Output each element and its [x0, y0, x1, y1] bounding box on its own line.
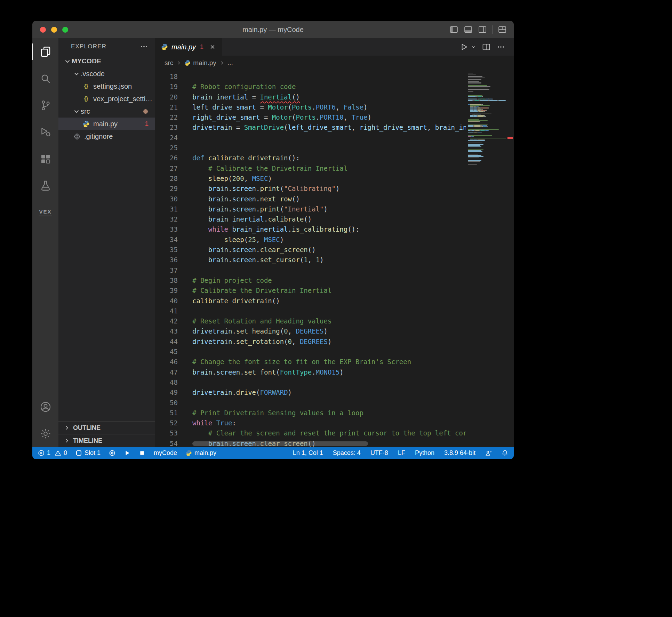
status-vex-device[interactable] — [109, 450, 115, 456]
activity-item-explorer[interactable] — [32, 38, 58, 65]
tree-item-settings-json[interactable]: {}settings.json — [58, 80, 155, 93]
line-number: 23 — [155, 122, 192, 133]
toggle-primary-sidebar-icon[interactable] — [449, 25, 458, 34]
code-line[interactable]: 19# Robot configuration code — [155, 82, 466, 92]
code-line[interactable]: 36 brain.screen.set_cursor(1, 1) — [155, 255, 466, 265]
views-and-more-actions-icon[interactable] — [139, 42, 149, 51]
vex-logo-icon: VEX — [39, 209, 51, 216]
minimize-window-button[interactable] — [51, 27, 57, 33]
run-python-file-icon[interactable] — [459, 42, 469, 51]
code-line[interactable]: 48 — [155, 377, 466, 387]
section-timeline[interactable]: TIMELINE — [58, 434, 155, 447]
status-active-file[interactable]: main.py — [185, 449, 216, 457]
status-feedback[interactable] — [485, 450, 492, 456]
code-line[interactable]: 40calibrate_drivetrain() — [155, 296, 466, 306]
code-line[interactable]: 29 brain.screen.print("Calibrating") — [155, 184, 466, 194]
status-language-mode[interactable]: Python — [415, 449, 434, 457]
status-project-name[interactable]: myCode — [154, 449, 177, 457]
code-line[interactable]: 30 brain.screen.next_row() — [155, 194, 466, 204]
tab-label: main.py — [171, 43, 196, 51]
breadcrumb-main-py[interactable]: main.py — [184, 59, 216, 67]
activity-item-extensions[interactable] — [32, 145, 58, 172]
code-line[interactable]: 49drivetrain.drive(FORWARD) — [155, 387, 466, 398]
status-cursor-position[interactable]: Ln 1, Col 1 — [293, 449, 323, 457]
tree-item-vscode[interactable]: .vscode — [58, 67, 155, 80]
tree-item-src[interactable]: src — [58, 105, 155, 118]
code-lines[interactable]: 1819# Robot configuration code20brain_in… — [155, 70, 466, 447]
close-window-button[interactable] — [40, 27, 46, 33]
breadcrumb-item[interactable]: ... — [227, 59, 233, 67]
code-line[interactable]: 33 while brain_inertial.is_calibrating()… — [155, 224, 466, 234]
code-line[interactable]: 25 — [155, 143, 466, 153]
minimap[interactable] — [466, 70, 506, 447]
tree-item-gitignore[interactable]: .gitignore — [58, 130, 155, 143]
activity-item-source-control[interactable] — [32, 92, 58, 119]
code-line[interactable]: 51# Print Drivetrain Sensing values in a… — [155, 408, 466, 418]
code-line[interactable]: 35 brain.screen.clear_screen() — [155, 245, 466, 255]
tree-item-main-py[interactable]: main.py1 — [58, 118, 155, 130]
split-editor-icon[interactable] — [482, 42, 491, 51]
code-line[interactable]: 26def calibrate_drivetrain(): — [155, 153, 466, 163]
activity-item-accounts[interactable] — [32, 393, 58, 420]
code-line[interactable]: 47brain.screen.set_font(FontType.MONO15) — [155, 367, 466, 377]
title-bar[interactable]: main.py — myCode — [32, 21, 514, 38]
code-line[interactable]: 18 — [155, 72, 466, 82]
more-editor-actions-icon[interactable] — [496, 42, 505, 51]
tree-item-mycode[interactable]: MYCODE — [58, 55, 155, 67]
code-line[interactable]: 24 — [155, 133, 466, 143]
code-line[interactable]: 23drivetrain = SmartDrive(left_drive_sma… — [155, 122, 466, 133]
code-line[interactable]: 27 # Calibrate the Drivetrain Inertial — [155, 163, 466, 174]
horizontal-scrollbar[interactable] — [192, 441, 368, 446]
activity-item-testing[interactable] — [32, 172, 58, 199]
toggle-secondary-sidebar-icon[interactable] — [478, 25, 487, 34]
code-line[interactable]: 43drivetrain.set_heading(0, DEGREES) — [155, 326, 466, 336]
status-vex-run[interactable] — [124, 450, 130, 456]
code-line[interactable]: 32 brain_inertial.calibrate() — [155, 214, 466, 224]
toggle-panel-icon[interactable] — [464, 25, 473, 34]
tab-main-py[interactable]: main.py 1 — [155, 38, 222, 56]
section-outline[interactable]: OUTLINE — [58, 421, 155, 434]
code-line[interactable]: 39# Calibrate the Drivetrain Inertial — [155, 286, 466, 296]
status-encoding[interactable]: UTF-8 — [370, 449, 388, 457]
run-dropdown-chevron-icon[interactable] — [474, 44, 476, 50]
status-problems-errors[interactable]: 1 — [38, 449, 50, 457]
activity-item-vex[interactable]: VEX — [32, 199, 58, 226]
code-line[interactable]: 46# Change the font size to fit on the E… — [155, 357, 466, 367]
code-line[interactable]: 41 — [155, 306, 466, 316]
code-line[interactable]: 34 sleep(25, MSEC) — [155, 235, 466, 245]
customize-layout-icon[interactable] — [498, 25, 507, 34]
code-editor[interactable]: 1819# Robot configuration code20brain_in… — [155, 70, 514, 447]
zoom-window-button[interactable] — [62, 27, 68, 33]
status-python-interpreter[interactable]: 3.8.9 64-bit — [444, 449, 475, 457]
close-tab-icon[interactable] — [209, 43, 216, 50]
code-line[interactable]: 45 — [155, 347, 466, 357]
status-indentation[interactable]: Spaces: 4 — [333, 449, 361, 457]
code-line[interactable]: 50 — [155, 398, 466, 408]
tree-item-vex-project-settin[interactable]: {}vex_project_settin... — [58, 93, 155, 105]
status-vex-stop[interactable] — [139, 450, 145, 456]
code-line[interactable]: 37 — [155, 265, 466, 275]
activity-item-run-and-debug[interactable] — [32, 119, 58, 145]
code-line[interactable]: 42# Reset Rotation and Heading values — [155, 316, 466, 326]
code-line[interactable]: 22right_drive_smart = Motor(Ports.PORT10… — [155, 112, 466, 122]
code-line[interactable]: 20brain_inertial = Inertial() — [155, 92, 466, 102]
code-line[interactable]: 38# Begin project code — [155, 275, 466, 286]
status-label: 0 — [64, 449, 67, 457]
status-problems-warnings[interactable]: 0 — [55, 449, 67, 457]
activity-item-settings[interactable] — [32, 420, 58, 447]
line-number: 43 — [155, 326, 192, 336]
accounts-icon — [40, 401, 51, 413]
code-line[interactable]: 53 # Clear the screen and reset the prin… — [155, 428, 466, 438]
run-and-debug-icon — [40, 126, 51, 138]
code-line[interactable]: 21left_drive_smart = Motor(Ports.PORT6, … — [155, 102, 466, 112]
status-vex-slot[interactable]: Slot 1 — [75, 449, 101, 457]
code-line[interactable]: 44drivetrain.set_rotation(0, DEGREES) — [155, 337, 466, 347]
code-line[interactable]: 31 brain.screen.print("Inertial") — [155, 204, 466, 214]
code-line[interactable]: 52while True: — [155, 418, 466, 428]
status-notifications[interactable] — [502, 450, 508, 456]
activity-item-search[interactable] — [32, 65, 58, 92]
breadcrumb-src[interactable]: src — [165, 59, 173, 67]
sidebar-title: EXPLORER — [71, 43, 106, 50]
code-line[interactable]: 28 sleep(200, MSEC) — [155, 174, 466, 184]
status-eol[interactable]: LF — [398, 449, 405, 457]
